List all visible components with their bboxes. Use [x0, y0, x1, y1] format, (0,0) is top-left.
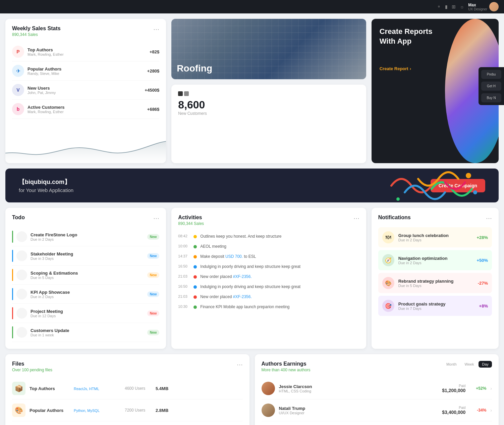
todo-item-3: Scoping & Estimations Due in 5 Days New — [12, 266, 159, 285]
activity-8: 10:30 Finance KPI Mobile app launch prep… — [178, 302, 359, 312]
todo-name-5: Project Meeting — [31, 309, 144, 314]
todo-bar-2 — [12, 250, 13, 262]
brightness-icon[interactable]: ☼ — [460, 4, 464, 9]
author-role-1: HTML, CSS Coding — [279, 389, 422, 393]
stat-popular-authors: ✈ Popular Authors Randy, Steve, Mike +28… — [12, 61, 159, 81]
popular-authors-value: +280$ — [147, 68, 160, 74]
row-1: Weekly Sales Stats 890,344 Sales ⋯ P Top… — [5, 19, 499, 163]
notifications-title: Notifications — [378, 215, 411, 221]
active-customers-value: +686$ — [147, 107, 160, 112]
todo-info-3: Scoping & Estimations Due in 5 Days — [31, 271, 144, 280]
author-earnings-2: Paid $3,400,000 — [425, 406, 465, 415]
new-customers-card: 8,600 New Customers — [171, 85, 366, 163]
tab-week[interactable]: Week — [461, 361, 478, 368]
todo-name-6: Customers Update — [31, 328, 144, 333]
todo-due-2: Due in 3 Days — [31, 256, 144, 261]
notif-icon-2: 🧭 — [382, 254, 394, 266]
side-panel-item-2[interactable]: Get H — [481, 82, 501, 91]
new-users-info: New Users John, Pat, Jimmy — [27, 86, 142, 95]
notif-value-4: +8% — [479, 303, 488, 309]
user-name: Max — [468, 3, 487, 7]
todo-badge-3: New — [147, 272, 160, 278]
stat-list: P Top Authors Mark, Rowling, Esther +82$… — [12, 42, 159, 119]
todo-item-1: Create FireStone Logo Due in 2 Days New — [12, 227, 159, 246]
campaign-decoration — [385, 169, 485, 202]
files-menu[interactable]: ⋯ — [237, 361, 243, 368]
activity-time-8: 10:30 — [178, 304, 190, 309]
todo-bar-6 — [12, 326, 13, 338]
authors-list: Jessie Clarcson HTML, CSS Coding Paid $1… — [262, 378, 492, 425]
stat-top-authors: P Top Authors Mark, Rowling, Esther +82$ — [12, 42, 159, 61]
activity-text-4: Indulging in poorly driving and keep str… — [200, 264, 359, 269]
grid-icon[interactable]: ⊞ — [452, 4, 456, 9]
activity-4: 16:50 Indulging in poorly driving and ke… — [178, 262, 359, 272]
todo-badge-1: New — [147, 234, 160, 240]
todo-due-3: Due in 5 Days — [31, 276, 144, 280]
todo-menu[interactable]: ⋯ — [153, 215, 159, 222]
chevron-1[interactable]: › — [490, 386, 492, 391]
notif-info-3: Rebrand strategy planning Due in 5 Days — [398, 279, 474, 288]
active-customers-icon: b — [12, 103, 24, 115]
author-earnings-1: Paid $1,200,000 — [425, 384, 465, 393]
create-report-text: Create Report — [380, 66, 408, 71]
notif-value-2: +50% — [477, 258, 488, 263]
activity-dot-8 — [193, 305, 197, 309]
notifications-header: Notifications ⋯ — [378, 215, 492, 222]
activity-dot-5 — [193, 275, 197, 279]
active-customers-sub: Mark, Rowling, Esther — [27, 110, 144, 114]
files-subtitle: Over 100 pending files — [12, 368, 52, 372]
notif-sub-2: Due in 2 Days — [398, 261, 473, 265]
svg-point-1 — [473, 190, 477, 194]
notif-item-1: 🍽 Group lunch celebration Due in 2 Days … — [378, 227, 492, 247]
side-panel-item-1[interactable]: Prebu — [481, 70, 501, 79]
file-item-2: 🎨 Popular Authors Python, MySQL 7200 Use… — [12, 399, 243, 421]
authors-earnings-card: Authors Earnings More than 400 new autho… — [255, 354, 499, 425]
activity-6: 16:50 Indulging in poorly driving and ke… — [178, 282, 359, 292]
notif-item-2: 🧭 Navigation optimization Due in 2 Days … — [378, 250, 492, 270]
new-users-icon: V — [12, 84, 24, 96]
activity-dot-1 — [193, 235, 197, 238]
tab-day[interactable]: Day — [479, 361, 492, 368]
activity-link-5[interactable]: #XF-2356. — [233, 274, 252, 279]
amount-2: $3,400,000 — [425, 410, 465, 415]
popular-authors-name: Popular Authors — [27, 66, 144, 72]
activity-5: 21:03 New order placed #XF-2356. — [178, 272, 359, 282]
stat-active-customers: b Active Customers Mark, Rowling, Esther… — [12, 100, 159, 119]
activities-menu[interactable]: ⋯ — [353, 215, 359, 222]
file-icon-2: 🎨 — [12, 404, 25, 417]
todo-due-1: Due in 2 Days — [31, 237, 144, 241]
activity-time-1: 08:42 — [178, 234, 190, 238]
chevron-2[interactable]: › — [490, 408, 492, 413]
side-panel-item-3[interactable]: Buy N — [481, 93, 501, 102]
notif-sub-1: Due in 2 Days — [398, 238, 473, 242]
top-authors-sub: Mark, Rowling, Esther — [27, 52, 146, 56]
top-authors-icon: P — [12, 46, 24, 58]
activity-link-7[interactable]: #XF-2356. — [233, 294, 252, 299]
new-users-value: +4500$ — [145, 88, 160, 93]
weekly-sales-subtitle: 890,344 Sales — [12, 32, 61, 37]
weekly-sales-header: Weekly Sales Stats 890,344 Sales ⋯ — [12, 26, 159, 37]
change-1: +52% — [469, 386, 486, 391]
activity-time-3: 14:37 — [178, 254, 190, 258]
activity-time-6: 16:50 — [178, 284, 190, 288]
file-tags-1: ReactJs, HTML — [74, 385, 121, 391]
search-icon[interactable]: ⚬ — [437, 4, 441, 9]
activity-link-3[interactable]: USD 700. — [225, 254, 243, 259]
notif-sub-4: Due in 7 Days — [398, 306, 475, 311]
user-info: Max UX Designer — [468, 2, 499, 11]
todo-dot-6 — [16, 327, 27, 338]
todo-due-4: Due in 2 Days — [31, 295, 144, 299]
tab-month[interactable]: Month — [443, 361, 460, 368]
campaign-subtitle: for Your Web Application — [19, 187, 73, 193]
notif-sub-3: Due in 5 Days — [398, 284, 474, 288]
notif-icon-4: 🎯 — [382, 300, 394, 312]
notif-title-2: Navigation optimization — [398, 256, 473, 261]
notifications-menu[interactable]: ⋯ — [486, 215, 492, 222]
weekly-sales-menu[interactable]: ⋯ — [153, 26, 159, 33]
time-tabs: Month Week Day — [443, 361, 492, 368]
author-info-2: Natali Trump UI/UX Designer — [279, 406, 422, 415]
paid-label-1: Paid — [425, 384, 465, 388]
activity-time-4: 16:50 — [178, 264, 190, 268]
battery-icon: ▮ — [445, 4, 448, 9]
file-size-1: 5.4MB — [156, 386, 168, 391]
